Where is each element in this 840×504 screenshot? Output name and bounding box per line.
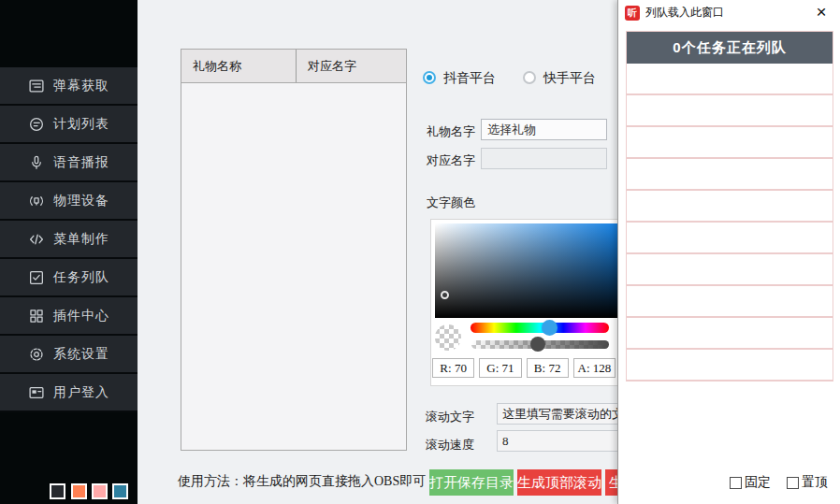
display-name-input[interactable] bbox=[481, 148, 607, 169]
alpha-value-box[interactable]: A: 128 bbox=[573, 358, 616, 378]
queue-window: 听 列队载入此窗口 × 0个任务正在列队 固定 置顶 bbox=[617, 0, 840, 504]
pin-top-checkbox-label: 置顶 bbox=[802, 474, 828, 491]
queue-row bbox=[627, 95, 833, 127]
rgba-values: R: 70 G: 71 B: 72 A: 128 bbox=[432, 358, 616, 378]
queue-window-titlebar[interactable]: 听 列队载入此窗口 × bbox=[618, 0, 840, 26]
gift-select-dropdown[interactable]: 选择礼物 bbox=[481, 119, 607, 140]
queue-rows bbox=[627, 64, 833, 382]
queue-row bbox=[627, 64, 833, 95]
hue-slider[interactable] bbox=[471, 323, 609, 333]
radio-kuaishou[interactable] bbox=[523, 71, 536, 84]
sidebar-item-menu-maker[interactable]: 菜单制作 bbox=[0, 221, 138, 259]
sidebar-item-label: 菜单制作 bbox=[53, 231, 109, 248]
pin-top-checkbox[interactable]: 置顶 bbox=[787, 474, 828, 491]
microphone-icon bbox=[28, 154, 45, 171]
danmaku-list-icon bbox=[28, 78, 45, 94]
app-icon: 听 bbox=[625, 6, 640, 21]
sidebar-item-plugins[interactable]: 插件中心 bbox=[0, 297, 138, 336]
sidebar-item-device[interactable]: 物理设备 bbox=[0, 182, 138, 221]
sidebar-item-label: 语音播报 bbox=[53, 154, 109, 171]
queue-list: 0个任务正在列队 bbox=[626, 31, 833, 382]
sidebar-item-label: 物理设备 bbox=[53, 193, 109, 209]
sidebar-item-danmaku[interactable]: 弹幕获取 bbox=[0, 67, 138, 106]
sidebar-item-label: 弹幕获取 bbox=[53, 78, 109, 94]
gift-select-value: 选择礼物 bbox=[487, 122, 536, 137]
generate-top-scroll-button[interactable]: 生成顶部滚动 bbox=[517, 469, 601, 496]
sidebar-item-login[interactable]: 用户登入 bbox=[0, 374, 138, 412]
radio-douyin[interactable] bbox=[423, 71, 436, 84]
sidebar-item-label: 计划列表 bbox=[53, 116, 109, 133]
sidebar-item-label: 系统设置 bbox=[53, 346, 109, 363]
queue-row bbox=[627, 223, 833, 254]
physical-device-icon bbox=[28, 193, 45, 209]
queue-row bbox=[627, 127, 833, 159]
sidebar-item-label: 用户登入 bbox=[53, 384, 109, 401]
sidebar-item-plan[interactable]: 计划列表 bbox=[0, 106, 138, 144]
queue-row bbox=[627, 350, 833, 382]
user-card-icon bbox=[28, 384, 45, 401]
gear-icon bbox=[28, 346, 45, 363]
alpha-slider-handle[interactable] bbox=[530, 337, 545, 352]
scroll-text-label: 滚动文字 bbox=[426, 409, 474, 425]
sidebar-item-voice[interactable]: 语音播报 bbox=[0, 144, 138, 182]
column-header-gift-name[interactable]: 礼物名称 bbox=[181, 50, 297, 82]
theme-swatch-dark[interactable] bbox=[50, 483, 65, 499]
alpha-preview-circle bbox=[435, 324, 461, 351]
usage-hint: 使用方法：将生成的网页直接拖入OBS即可 bbox=[178, 473, 426, 490]
theme-swatch-pink[interactable] bbox=[92, 483, 108, 499]
fix-checkbox-label: 固定 bbox=[745, 474, 771, 491]
fix-checkbox[interactable]: 固定 bbox=[730, 474, 771, 491]
queue-options: 固定 置顶 bbox=[730, 474, 828, 491]
radio-kuaishou-label[interactable]: 快手平台 bbox=[543, 70, 596, 87]
sidebar-item-label: 插件中心 bbox=[53, 308, 109, 324]
sidebar: 弹幕获取 计划列表 语音播报 物理设备 bbox=[0, 0, 138, 504]
hue-slider-handle[interactable] bbox=[542, 320, 558, 336]
queue-row bbox=[627, 318, 833, 350]
gift-table-header: 礼物名称 对应名字 bbox=[181, 50, 406, 83]
pin-top-checkbox-box[interactable] bbox=[787, 477, 799, 489]
plan-list-icon bbox=[28, 116, 45, 133]
close-icon[interactable]: × bbox=[808, 0, 834, 25]
app-screen: 弹幕获取 计划列表 语音播报 物理设备 bbox=[0, 0, 840, 504]
task-check-icon bbox=[28, 269, 45, 286]
queue-row bbox=[627, 286, 833, 318]
radio-douyin-label[interactable]: 抖音平台 bbox=[443, 70, 496, 87]
plugin-grid-icon bbox=[28, 308, 45, 324]
color-picker: R: 70 G: 71 B: 72 A: 128 bbox=[430, 219, 629, 386]
blue-value-box[interactable]: B: 72 bbox=[527, 358, 569, 378]
display-name-label: 对应名字 bbox=[427, 152, 475, 169]
queue-status-header: 0个任务正在列队 bbox=[627, 32, 833, 64]
column-header-display-name[interactable]: 对应名字 bbox=[297, 50, 406, 82]
queue-row bbox=[627, 254, 833, 286]
sidebar-nav: 弹幕获取 计划列表 语音播报 物理设备 bbox=[0, 67, 138, 412]
queue-window-title: 列队载入此窗口 bbox=[645, 0, 724, 25]
theme-swatch-teal[interactable] bbox=[112, 483, 128, 499]
gift-table: 礼物名称 对应名字 bbox=[181, 49, 407, 451]
code-icon bbox=[28, 231, 45, 248]
red-value-box[interactable]: R: 70 bbox=[432, 358, 474, 378]
queue-row bbox=[627, 159, 833, 191]
scroll-speed-label: 滚动速度 bbox=[426, 437, 474, 454]
sidebar-item-settings[interactable]: 系统设置 bbox=[0, 336, 138, 374]
alpha-slider[interactable] bbox=[471, 340, 609, 349]
queue-row bbox=[627, 191, 833, 223]
theme-swatch-orange[interactable] bbox=[71, 483, 87, 499]
green-value-box[interactable]: G: 71 bbox=[479, 358, 521, 378]
saturation-area[interactable] bbox=[435, 223, 626, 318]
fix-checkbox-box[interactable] bbox=[730, 477, 742, 489]
open-save-dir-button[interactable]: 打开保存目录 bbox=[429, 469, 514, 496]
gift-table-body[interactable] bbox=[181, 83, 406, 451]
text-color-label: 文字颜色 bbox=[427, 194, 475, 211]
sidebar-item-task-queue[interactable]: 任务列队 bbox=[0, 259, 138, 297]
saturation-cursor[interactable] bbox=[441, 291, 449, 299]
gift-name-label: 礼物名字 bbox=[427, 123, 475, 140]
sidebar-item-label: 任务列队 bbox=[53, 269, 109, 286]
